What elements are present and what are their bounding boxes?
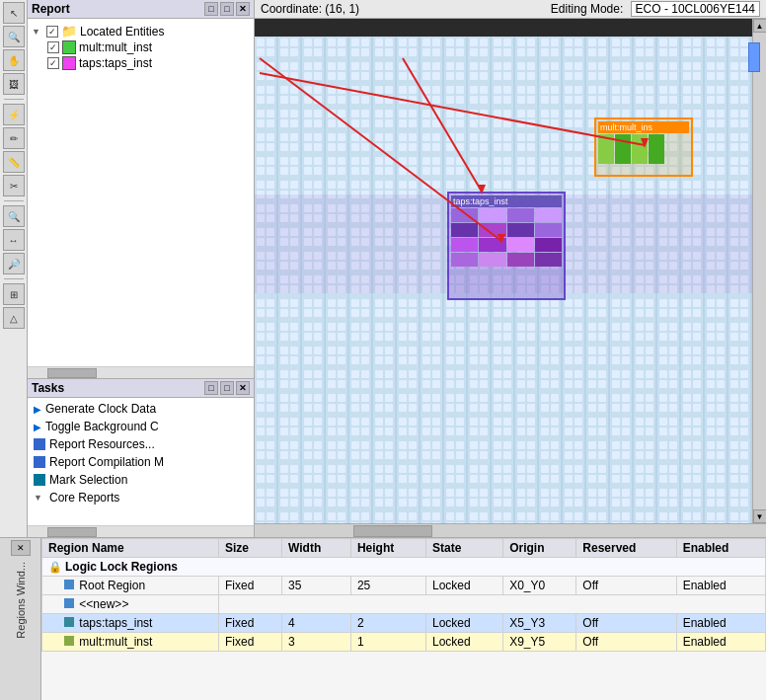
col-reserved: Reserved xyxy=(576,539,676,558)
row-taps-name: taps:taps_inst xyxy=(42,614,219,633)
tree-item-taps[interactable]: taps:taps_inst xyxy=(32,55,250,71)
report-panel-title: Report xyxy=(32,2,70,16)
table-row-mult[interactable]: mult:mult_inst Fixed 3 1 Locked X9_Y5 Of… xyxy=(42,633,766,652)
mult-block-2 xyxy=(615,134,631,164)
task-square-1 xyxy=(34,438,45,450)
mult-instance[interactable]: mult:mult_ins xyxy=(594,117,693,177)
root-color xyxy=(64,580,74,589)
task-square-3 xyxy=(34,474,45,486)
taps-block-13 xyxy=(451,253,478,267)
row-mult-size: Fixed xyxy=(219,633,282,652)
toolbar-measure-btn[interactable]: 📏 xyxy=(3,151,25,173)
toolbar-select-btn[interactable]: ↖ xyxy=(3,2,25,24)
chip-view: Coordinate: (16, 1) Editing Mode: ECO - … xyxy=(255,0,766,537)
report-panel-close[interactable]: ✕ xyxy=(236,2,250,16)
row-taps-width: 4 xyxy=(282,614,351,633)
task-arrow-icon-2: ▶ xyxy=(34,422,41,432)
regions-close-btn[interactable]: ✕ xyxy=(11,540,31,556)
report-scrollbar-thumb[interactable] xyxy=(47,368,97,378)
taps-block-4 xyxy=(535,208,562,222)
toolbar-zoomout-btn[interactable]: 🔎 xyxy=(3,253,25,274)
mult-block-3 xyxy=(632,134,648,164)
task-core-reports[interactable]: ▼ Core Reports xyxy=(32,489,250,506)
editing-mode-value: ECO - 10CL006YE144 xyxy=(631,1,760,17)
col-state: State xyxy=(426,539,503,558)
mult-instance-label: mult:mult_ins xyxy=(598,121,689,133)
tasks-scrollbar-thumb[interactable] xyxy=(47,527,97,537)
row-root-name: Root Region xyxy=(42,577,219,595)
taps-block-6 xyxy=(479,223,505,237)
report-panel: Report □ □ ✕ ▼ 📁 Located Entities xyxy=(28,0,254,379)
tasks-panel-icon-2[interactable]: □ xyxy=(220,381,234,395)
col-enabled: Enabled xyxy=(676,539,765,558)
table-row-section[interactable]: 🔒 Logic Lock Regions xyxy=(42,558,766,577)
task-label-6: Core Reports xyxy=(49,491,119,505)
tasks-panel-icon-1[interactable]: □ xyxy=(204,381,218,395)
col-size: Size xyxy=(219,539,282,558)
taps-block-3 xyxy=(507,208,534,222)
taps-block-2 xyxy=(479,208,505,222)
toolbar-extra-btn[interactable]: △ xyxy=(3,307,25,329)
lock-icon: 🔒 xyxy=(48,561,62,574)
section-title: Logic Lock Regions xyxy=(65,560,178,574)
chip-canvas[interactable]: taps:taps_inst xyxy=(255,19,752,523)
scrollbar-down-btn[interactable]: ▼ xyxy=(753,509,767,523)
regions-side-panel: ✕ Regions Wind... xyxy=(0,538,41,700)
mult-blocks xyxy=(598,134,689,164)
toolbar-fit-btn[interactable]: ↔ xyxy=(3,229,25,251)
toolbar-search-btn[interactable]: 🔍 xyxy=(3,205,25,227)
tree-expand-icon: ▼ xyxy=(32,27,43,37)
task-toggle-background[interactable]: ▶ Toggle Background C xyxy=(32,418,250,435)
task-report-compilation[interactable]: Report Compilation M xyxy=(32,453,250,471)
taps-instance[interactable]: taps:taps_inst xyxy=(447,192,566,300)
task-label-1: Generate Clock Data xyxy=(45,402,156,416)
report-scrollbar[interactable] xyxy=(28,366,254,378)
toolbar-zoom-btn[interactable]: 🔍 xyxy=(3,26,25,47)
task-arrow-icon-1: ▶ xyxy=(34,404,41,415)
tasks-panel-close[interactable]: ✕ xyxy=(236,381,250,395)
toolbar-edit-btn[interactable]: ✏ xyxy=(3,127,25,149)
chip-scrollbar-h[interactable] xyxy=(255,523,766,537)
tree-taps-checkbox[interactable] xyxy=(47,57,59,69)
tasks-scrollbar[interactable] xyxy=(28,525,254,537)
tasks-panel-header: Tasks □ □ ✕ xyxy=(28,379,254,398)
row-taps-origin: X5_Y3 xyxy=(503,614,576,633)
section-label: 🔒 Logic Lock Regions xyxy=(42,558,766,577)
taps-block-5 xyxy=(451,223,478,237)
report-panel-header: Report □ □ ✕ xyxy=(28,0,254,19)
table-row-root[interactable]: Root Region Fixed 35 25 Locked X0_Y0 Off… xyxy=(42,577,766,595)
task-mark-selection[interactable]: Mark Selection xyxy=(32,471,250,489)
col-width: Width xyxy=(282,539,351,558)
table-row-taps[interactable]: taps:taps_inst Fixed 4 2 Locked X5_Y3 Of… xyxy=(42,614,766,633)
toolbar-view-btn[interactable]: 🖼 xyxy=(3,73,25,95)
taps-block-10 xyxy=(479,238,505,252)
chip-right-scrollbar[interactable]: ▲ ▼ xyxy=(752,19,766,523)
editing-mode-display: Editing Mode: ECO - 10CL006YE144 xyxy=(551,2,760,16)
chip-scrollbar-thumb[interactable] xyxy=(353,525,432,537)
tree-mult-checkbox[interactable] xyxy=(47,41,59,53)
taps-block-9 xyxy=(451,238,478,252)
scrollbar-thumb[interactable] xyxy=(748,42,760,72)
tree-item-mult[interactable]: mult:mult_inst xyxy=(32,39,250,55)
tree-root-checkbox[interactable] xyxy=(46,26,58,38)
task-label-2: Toggle Background C xyxy=(45,420,159,433)
table-row-new[interactable]: <<new>> xyxy=(42,595,766,614)
toolbar-flash-btn[interactable]: ⚡ xyxy=(3,104,25,125)
task-report-resources[interactable]: Report Resources... xyxy=(32,435,250,453)
taps-indent: taps:taps_inst xyxy=(48,616,152,630)
task-label-5: Mark Selection xyxy=(49,473,127,487)
row-mult-enabled: Enabled xyxy=(676,633,765,652)
toolbar-layers-btn[interactable]: ⊞ xyxy=(3,283,25,305)
report-panel-icon-1[interactable]: □ xyxy=(204,2,218,16)
row-root-size: Fixed xyxy=(219,577,282,595)
task-generate-clock[interactable]: ▶ Generate Clock Data xyxy=(32,400,250,418)
taps-block-12 xyxy=(535,238,562,252)
row-mult-name: mult:mult_inst xyxy=(42,633,219,652)
report-panel-icon-2[interactable]: □ xyxy=(220,2,234,16)
tree-expand-2: ▼ xyxy=(34,493,45,503)
toolbar-pan-btn[interactable]: ✋ xyxy=(3,49,25,71)
mult-indent: mult:mult_inst xyxy=(48,635,152,649)
scrollbar-up-btn[interactable]: ▲ xyxy=(753,19,767,33)
toolbar-cut-btn[interactable]: ✂ xyxy=(3,175,25,196)
tree-root-item[interactable]: ▼ 📁 Located Entities xyxy=(32,23,250,39)
